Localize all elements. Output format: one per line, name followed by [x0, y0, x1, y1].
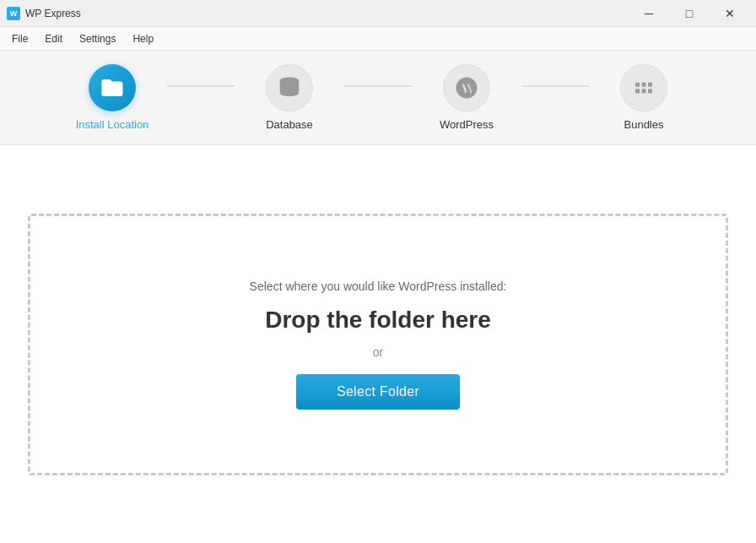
drop-zone[interactable]: Select where you would like WordPress in… [28, 214, 728, 475]
bundles-icon [631, 75, 656, 100]
maximize-button[interactable]: □ [670, 0, 709, 27]
drop-zone-or: or [373, 345, 383, 359]
steps-container: Install Location Database [57, 64, 699, 131]
step-icon-database [266, 64, 313, 111]
step-label-bundles: Bundles [624, 118, 664, 131]
step-icon-install-location [89, 64, 136, 111]
app-icon: W [7, 7, 20, 20]
step-label-database: Database [266, 118, 313, 131]
database-icon [277, 75, 302, 100]
step-bundles[interactable]: Bundles [589, 64, 699, 131]
menu-settings[interactable]: Settings [71, 30, 124, 48]
step-label-install-location: Install Location [76, 118, 149, 131]
step-connector-1 [167, 85, 235, 87]
menu-edit[interactable]: Edit [36, 30, 71, 48]
wordpress-icon [454, 75, 479, 100]
window-controls: ─ □ ✕ [629, 0, 749, 27]
step-wordpress[interactable]: WordPress [412, 64, 521, 131]
step-database[interactable]: Database [235, 64, 344, 131]
menu-file[interactable]: File [3, 30, 36, 48]
step-install-location[interactable]: Install Location [57, 64, 167, 131]
step-label-wordpress: WordPress [440, 118, 494, 131]
close-button[interactable]: ✕ [710, 0, 749, 27]
title-bar: W WP Express ─ □ ✕ [0, 0, 756, 27]
app-title: WP Express [25, 8, 629, 19]
minimize-button[interactable]: ─ [629, 0, 668, 27]
drop-zone-title: Drop the folder here [265, 307, 491, 334]
folder-icon [100, 75, 125, 100]
main-content: Select where you would like WordPress in… [0, 145, 756, 543]
menu-help[interactable]: Help [124, 30, 162, 48]
step-icon-bundles [620, 64, 667, 111]
menu-bar: File Edit Settings Help [0, 27, 756, 51]
step-bar: Install Location Database [0, 51, 756, 145]
step-connector-2 [344, 85, 412, 87]
step-icon-wordpress [443, 64, 490, 111]
drop-zone-subtitle: Select where you would like WordPress in… [250, 280, 507, 293]
select-folder-button[interactable]: Select Folder [296, 374, 460, 410]
step-connector-3 [521, 85, 589, 87]
